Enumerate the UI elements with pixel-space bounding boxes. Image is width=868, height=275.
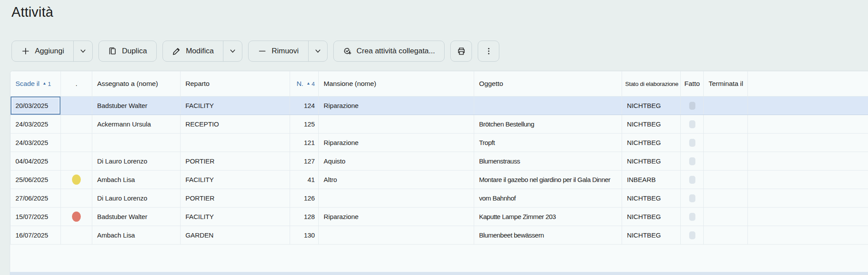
cell-reparto[interactable]: FACILITY bbox=[181, 208, 290, 226]
cell-assegnato[interactable]: Ambach Lisa bbox=[92, 226, 181, 245]
table-row[interactable]: 16/07/2025Ambach LisaGARDEN130Blumenbeet… bbox=[11, 226, 868, 245]
cell-oggetto[interactable]: Montare il gazebo nel giardino per il Ga… bbox=[474, 171, 622, 189]
cell-assegnato[interactable]: Badstuber Walter bbox=[92, 97, 181, 115]
fatto-checkbox[interactable] bbox=[689, 120, 695, 128]
cell-fatto[interactable] bbox=[681, 97, 704, 115]
cell-reparto[interactable]: GARDEN bbox=[181, 226, 290, 245]
cell-mansione[interactable] bbox=[319, 226, 474, 245]
cell-dot[interactable] bbox=[61, 134, 92, 152]
column-header-oggetto[interactable]: Oggetto bbox=[474, 71, 622, 97]
cell-assegnato[interactable]: Ackermann Ursula bbox=[92, 115, 181, 134]
print-button[interactable] bbox=[450, 41, 472, 62]
cell-terminata[interactable] bbox=[704, 97, 748, 115]
edit-dropdown-toggle[interactable] bbox=[223, 41, 242, 61]
cell-scade-il[interactable]: 15/07/2025 bbox=[11, 208, 61, 226]
cell-dot[interactable] bbox=[61, 189, 92, 208]
cell-mansione[interactable]: Riparazione bbox=[319, 208, 474, 226]
cell-fatto[interactable] bbox=[681, 115, 704, 134]
cell-fatto[interactable] bbox=[681, 134, 704, 152]
cell-fatto[interactable] bbox=[681, 152, 704, 171]
cell-assegnato[interactable]: Badstuber Walter bbox=[92, 208, 181, 226]
cell-mansione[interactable] bbox=[319, 189, 474, 208]
cell-fatto[interactable] bbox=[681, 226, 704, 245]
table-row[interactable]: 04/04/2025Di Lauro LorenzoPORTIER127Aqui… bbox=[11, 152, 868, 171]
cell-oggetto[interactable] bbox=[474, 97, 622, 115]
cell-oggetto[interactable]: Blumenstrauss bbox=[474, 152, 622, 171]
remove-dropdown-toggle[interactable] bbox=[308, 41, 327, 61]
cell-scade-il[interactable]: 20/03/2025 bbox=[11, 97, 61, 115]
cell-stato[interactable]: NICHTBEG bbox=[622, 152, 681, 171]
cell-assegnato[interactable]: Di Lauro Lorenzo bbox=[92, 152, 181, 171]
cell-assegnato[interactable] bbox=[92, 134, 181, 152]
fatto-checkbox[interactable] bbox=[689, 102, 695, 110]
cell-fatto[interactable] bbox=[681, 208, 704, 226]
cell-assegnato[interactable]: Ambach Lisa bbox=[92, 171, 181, 189]
cell-n[interactable]: 127 bbox=[290, 152, 319, 171]
cell-n[interactable]: 130 bbox=[290, 226, 319, 245]
cell-mansione[interactable]: Riparazione bbox=[319, 97, 474, 115]
cell-terminata[interactable] bbox=[704, 134, 748, 152]
cell-oggetto[interactable]: Blumenbeet bewässern bbox=[474, 226, 622, 245]
edit-button[interactable]: Modifica bbox=[162, 41, 242, 62]
fatto-checkbox[interactable] bbox=[689, 157, 695, 165]
column-header-fatto[interactable]: Fatto bbox=[681, 71, 704, 97]
table-row[interactable]: 15/07/2025Badstuber WalterFACILITY128Rip… bbox=[11, 208, 868, 226]
fatto-checkbox[interactable] bbox=[689, 213, 695, 221]
cell-stato[interactable]: NICHTBEG bbox=[622, 208, 681, 226]
table-row[interactable]: 24/03/2025121RiparazioneTropftNICHTBEG bbox=[11, 134, 868, 152]
column-header-dot[interactable]: . bbox=[61, 71, 92, 97]
add-button[interactable]: Aggiungi bbox=[11, 41, 93, 62]
cell-fatto[interactable] bbox=[681, 189, 704, 208]
cell-reparto[interactable]: PORTIER bbox=[181, 152, 290, 171]
cell-scade-il[interactable]: 27/06/2025 bbox=[11, 189, 61, 208]
table-row[interactable]: 27/06/2025Di Lauro LorenzoPORTIER126vom … bbox=[11, 189, 868, 208]
fatto-checkbox[interactable] bbox=[689, 231, 695, 239]
cell-assegnato[interactable]: Di Lauro Lorenzo bbox=[92, 189, 181, 208]
cell-scade-il[interactable]: 25/06/2025 bbox=[11, 171, 61, 189]
cell-reparto[interactable]: PORTIER bbox=[181, 189, 290, 208]
cell-oggetto[interactable]: vom Bahnhof bbox=[474, 189, 622, 208]
table-row[interactable]: 24/03/2025Ackermann UrsulaRECEPTIO125Brö… bbox=[11, 115, 868, 134]
cell-scade-il[interactable]: 24/03/2025 bbox=[11, 134, 61, 152]
cell-stato[interactable]: NICHTBEG bbox=[622, 97, 681, 115]
cell-oggetto[interactable]: Tropft bbox=[474, 134, 622, 152]
cell-terminata[interactable] bbox=[704, 208, 748, 226]
cell-mansione[interactable] bbox=[319, 115, 474, 134]
fatto-checkbox[interactable] bbox=[689, 139, 695, 147]
kebab-menu-button[interactable] bbox=[478, 41, 499, 62]
cell-mansione[interactable]: Riparazione bbox=[319, 134, 474, 152]
duplicate-button[interactable]: Duplica bbox=[98, 41, 157, 62]
cell-mansione[interactable]: Altro bbox=[319, 171, 474, 189]
cell-stato[interactable]: NICHTBEG bbox=[622, 226, 681, 245]
column-header-reparto[interactable]: Reparto bbox=[181, 71, 290, 97]
cell-dot[interactable] bbox=[61, 208, 92, 226]
cell-stato[interactable]: NICHTBEG bbox=[622, 189, 681, 208]
column-header-scade-il[interactable]: Scade il▲1 bbox=[11, 71, 61, 97]
cell-terminata[interactable] bbox=[704, 115, 748, 134]
fatto-checkbox[interactable] bbox=[689, 176, 695, 184]
cell-stato[interactable]: NICHTBEG bbox=[622, 115, 681, 134]
cell-n[interactable]: 41 bbox=[290, 171, 319, 189]
cell-reparto[interactable] bbox=[181, 134, 290, 152]
cell-n[interactable]: 126 bbox=[290, 189, 319, 208]
cell-dot[interactable] bbox=[61, 97, 92, 115]
create-linked-activity-button[interactable]: Crea attività collegata... bbox=[333, 41, 445, 62]
cell-terminata[interactable] bbox=[704, 171, 748, 189]
cell-n[interactable]: 121 bbox=[290, 134, 319, 152]
horizontal-scrollbar[interactable] bbox=[10, 272, 868, 275]
cell-terminata[interactable] bbox=[704, 189, 748, 208]
cell-stato[interactable]: NICHTBEG bbox=[622, 134, 681, 152]
cell-n[interactable]: 124 bbox=[290, 97, 319, 115]
cell-reparto[interactable]: RECEPTIO bbox=[181, 115, 290, 134]
column-header-n[interactable]: N.▲4 bbox=[290, 71, 319, 97]
cell-dot[interactable] bbox=[61, 171, 92, 189]
cell-dot[interactable] bbox=[61, 226, 92, 245]
add-dropdown-toggle[interactable] bbox=[73, 41, 92, 61]
cell-stato[interactable]: INBEARB bbox=[622, 171, 681, 189]
cell-oggetto[interactable]: Kaputte Lampe Zimmer 203 bbox=[474, 208, 622, 226]
cell-terminata[interactable] bbox=[704, 152, 748, 171]
cell-scade-il[interactable]: 24/03/2025 bbox=[11, 115, 61, 134]
cell-dot[interactable] bbox=[61, 152, 92, 171]
cell-terminata[interactable] bbox=[704, 226, 748, 245]
cell-reparto[interactable]: FACILITY bbox=[181, 97, 290, 115]
